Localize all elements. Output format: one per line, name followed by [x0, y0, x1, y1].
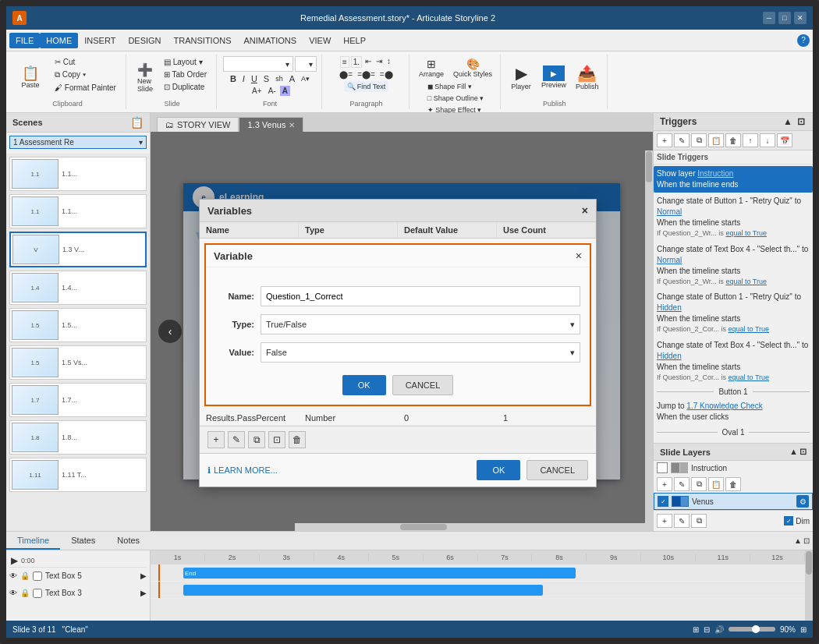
trigger-delete-button[interactable]: 🗑 [725, 133, 741, 147]
notes-tab[interactable]: Notes [106, 533, 151, 550]
scene-dropdown-icon[interactable]: ▾ [139, 138, 143, 147]
normal-link-1[interactable]: Normal [657, 207, 682, 216]
paste-button[interactable]: 📋 Paste [14, 56, 47, 98]
variables-close-button[interactable]: × [582, 204, 588, 217]
trigger-up-button[interactable]: ↑ [743, 133, 758, 147]
layer-edit-button[interactable]: ✎ [674, 477, 690, 491]
knowledge-check-link[interactable]: 1.7 Knowledge Check [686, 402, 762, 410]
quick-styles-button[interactable]: 🎨 Quick Styles [450, 56, 495, 80]
timeline-row-textbox5[interactable]: 👁 🔒 Text Box 5 ▶ [9, 568, 147, 585]
align-center-button[interactable]: =⬤= [356, 69, 377, 80]
timeline-collapse-icon[interactable]: ▲ [794, 536, 802, 545]
numbered-list-button[interactable]: 1. [351, 56, 362, 68]
window-controls[interactable]: ─ □ ✕ [763, 12, 807, 24]
player-button[interactable]: ▶ Player [507, 62, 535, 92]
prev-slide-nav[interactable]: ‹ [158, 320, 182, 343]
minimize-button[interactable]: ─ [763, 12, 775, 24]
trigger-edit-button[interactable]: ✎ [674, 133, 690, 147]
trigger-calendar-button[interactable]: 📅 [777, 133, 792, 147]
layer-delete-button[interactable]: 🗑 [725, 477, 741, 491]
variable-name-input[interactable] [261, 286, 580, 306]
maximize-button[interactable]: □ [778, 12, 791, 24]
base-layer-row[interactable]: ✓ Venus ⚙ [654, 493, 813, 510]
text-highlight-button[interactable]: A [280, 86, 290, 96]
timeline-bar-textbox5[interactable]: End [183, 568, 576, 579]
tab-close-icon[interactable]: ✕ [289, 121, 295, 129]
expand-row-3[interactable]: ▶ [140, 589, 147, 597]
instruction-link[interactable]: Instruction [697, 169, 733, 178]
trigger-paste-button[interactable]: 📋 [708, 133, 724, 147]
timeline-scroll-thumb[interactable] [806, 551, 812, 575]
variable-subdialog-close[interactable]: × [576, 249, 582, 262]
trigger-change-state-3[interactable]: Change state of Button 1 - "Retry Quiz" … [654, 289, 813, 337]
layers-collapse-icon[interactable]: ▲ [789, 447, 798, 457]
zoom-thumb[interactable] [752, 625, 760, 633]
dim-checkbox[interactable]: ✓ [784, 516, 793, 525]
base-layer-checkbox[interactable]: ✓ [658, 496, 668, 507]
tab-order-button[interactable]: ⊞ Tab Order [159, 69, 211, 80]
trigger-change-state-1[interactable]: Change state of Button 1 - "Retry Quiz" … [654, 193, 813, 241]
variable-cancel-button[interactable]: CANCEL [392, 375, 454, 395]
vertical-scroll-thumb[interactable] [646, 151, 652, 182]
hidden-link-1[interactable]: Hidden [657, 303, 682, 312]
shape-outline-button[interactable]: □ Shape Outline ▾ [423, 93, 488, 104]
variables-row-results[interactable]: Results.PassPercent Number 0 1 [200, 411, 596, 426]
slide-thumb-4[interactable]: 1.4 1.4... [9, 271, 147, 305]
horizontal-scrollbar[interactable] [295, 523, 645, 531]
play-button[interactable]: ▶ [11, 555, 18, 566]
edit-variable-button[interactable]: ✎ [228, 431, 245, 448]
lock-icon-5[interactable]: 🔒 [20, 571, 30, 580]
base-layer-add-button[interactable]: + [657, 514, 672, 528]
cut-button[interactable]: ✂ Cut [50, 56, 121, 68]
normal-link-2[interactable]: Normal [657, 256, 682, 264]
format-painter-button[interactable]: 🖌 Format Painter [50, 82, 121, 94]
arrange-button[interactable]: ⊞ Arrange [416, 56, 447, 80]
menu-design[interactable]: DESIGN [122, 33, 167, 48]
new-slide-button[interactable]: ➕ NewSlide [133, 56, 158, 98]
instruction-visibility-checkbox[interactable] [657, 462, 668, 473]
line-spacing-button[interactable]: ↕ [385, 56, 392, 68]
slide-thumb-2[interactable]: 1.1 1.1... [9, 194, 147, 228]
base-layer-edit-button[interactable]: ✎ [674, 514, 690, 528]
learn-more-button[interactable]: ℹ LEARN MORE... [207, 465, 278, 476]
select-checkbox-5[interactable] [33, 571, 42, 581]
zoom-fit-icon[interactable]: ⊞ [800, 625, 807, 634]
italic-button[interactable]: I [240, 73, 247, 84]
eye-icon-5[interactable]: 👁 [9, 571, 17, 580]
preview-button[interactable]: ▶ Preview [538, 64, 569, 90]
prev-arrow-icon[interactable]: ‹ [158, 320, 182, 343]
copy-button[interactable]: ⧉ Copy ▾ [50, 69, 121, 81]
duplicate-button[interactable]: ⊡ Duplicate [159, 81, 211, 93]
base-layer-gear-icon[interactable]: ⚙ [796, 495, 809, 508]
grid-icon[interactable]: ⊞ [693, 625, 699, 634]
variables-ok-button[interactable]: OK [477, 460, 520, 480]
slide-thumb-7[interactable]: 1.7 1.7... [9, 383, 147, 417]
layout-icon[interactable]: ⊟ [704, 625, 710, 634]
font-family-dropdown[interactable]: ▾ [223, 56, 293, 72]
trigger-change-state-4[interactable]: Change state of Text Box 4 - "Select th.… [654, 338, 813, 385]
menu-help[interactable]: HELP [337, 33, 372, 48]
expand-row-5[interactable]: ▶ [140, 571, 147, 580]
trigger-change-state-2[interactable]: Change state of Text Box 4 - "Select th.… [654, 242, 813, 289]
trigger-add-button[interactable]: + [657, 133, 672, 147]
hidden-link-2[interactable]: Hidden [657, 352, 682, 360]
zoom-slider[interactable] [729, 627, 775, 632]
find-text-button[interactable]: 🔍 Find Text [344, 81, 388, 92]
menu-insert[interactable]: INSERT [78, 33, 122, 48]
base-layer-copy-button[interactable]: ⧉ [691, 514, 707, 528]
timeline-tab[interactable]: Timeline [6, 533, 60, 550]
shadow-button[interactable]: sh [273, 74, 285, 83]
strikethrough-button[interactable]: S [261, 73, 271, 84]
trigger-show-layer[interactable]: Show layer Instruction When the timeline… [654, 166, 813, 193]
layer-copy-button[interactable]: ⧉ [691, 477, 707, 491]
slide-thumb-8[interactable]: 1.8 1.8... [9, 420, 147, 455]
triggers-detach-icon[interactable]: ⊡ [796, 116, 807, 127]
bold-button[interactable]: B [228, 73, 239, 84]
variable-type-select[interactable]: True/False ▾ [261, 314, 580, 334]
speaker-icon[interactable]: 🔊 [714, 625, 724, 634]
decrease-indent-button[interactable]: A- [266, 86, 278, 96]
menu-view[interactable]: VIEW [303, 33, 337, 48]
layers-detach-icon[interactable]: ⊡ [800, 447, 807, 457]
timeline-row-textbox3[interactable]: 👁 🔒 Text Box 3 ▶ [9, 585, 147, 602]
vertical-scrollbar[interactable] [645, 150, 653, 531]
